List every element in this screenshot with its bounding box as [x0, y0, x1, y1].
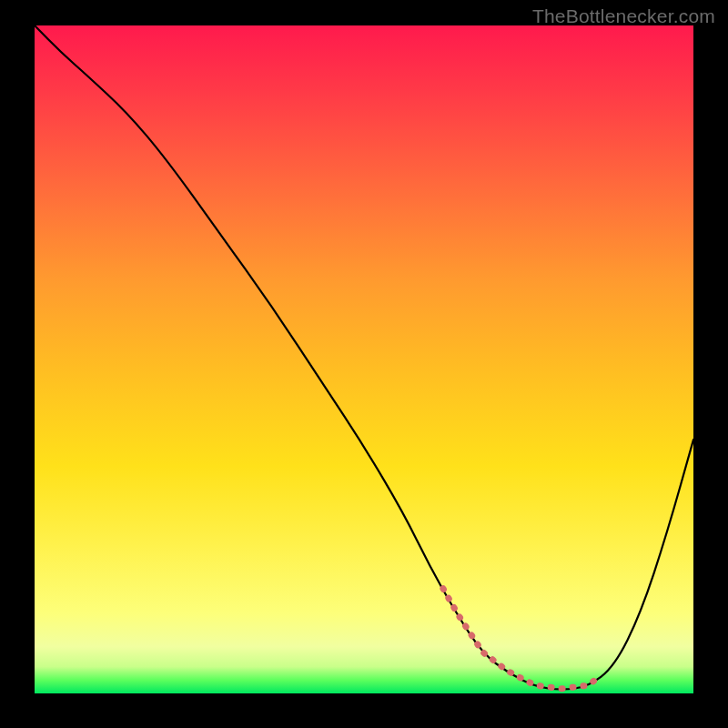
- attribution-label: TheBottlenecker.com: [532, 5, 715, 27]
- plot-area: [35, 25, 693, 693]
- bottleneck-chart: TheBottlenecker.com: [0, 0, 728, 728]
- curve-layer: [35, 25, 693, 693]
- bottleneck-curve-line: [35, 25, 693, 689]
- optimal-range-highlight: [443, 589, 602, 689]
